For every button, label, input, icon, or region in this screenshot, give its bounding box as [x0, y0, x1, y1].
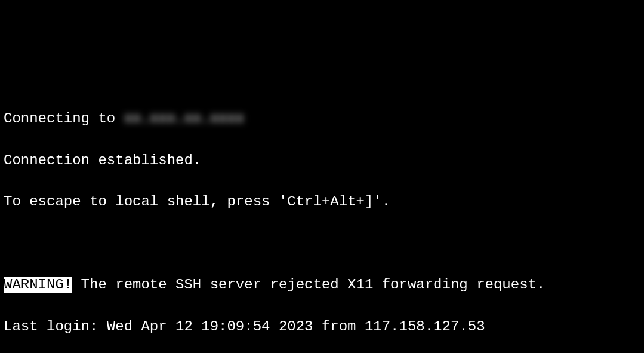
warning-label: WARNING!: [4, 277, 72, 293]
connecting-line: Connecting to xx.xxx.xx.xxxx: [4, 109, 640, 130]
warning-message: The remote SSH server rejected X11 forwa…: [72, 277, 545, 293]
connection-established: Connection established.: [4, 151, 640, 171]
redacted-ip: xx.xxx.xx.xxxx: [124, 109, 245, 130]
warning-line: WARNING! The remote SSH server rejected …: [4, 275, 640, 296]
blank-line: [4, 234, 640, 254]
last-login: Last login: Wed Apr 12 19:09:54 2023 fro…: [4, 317, 640, 337]
terminal-output[interactable]: Connecting to xx.xxx.xx.xxxx Connection …: [4, 88, 640, 353]
connecting-label: Connecting to: [4, 110, 124, 127]
escape-hint: To escape to local shell, press 'Ctrl+Al…: [4, 192, 640, 213]
